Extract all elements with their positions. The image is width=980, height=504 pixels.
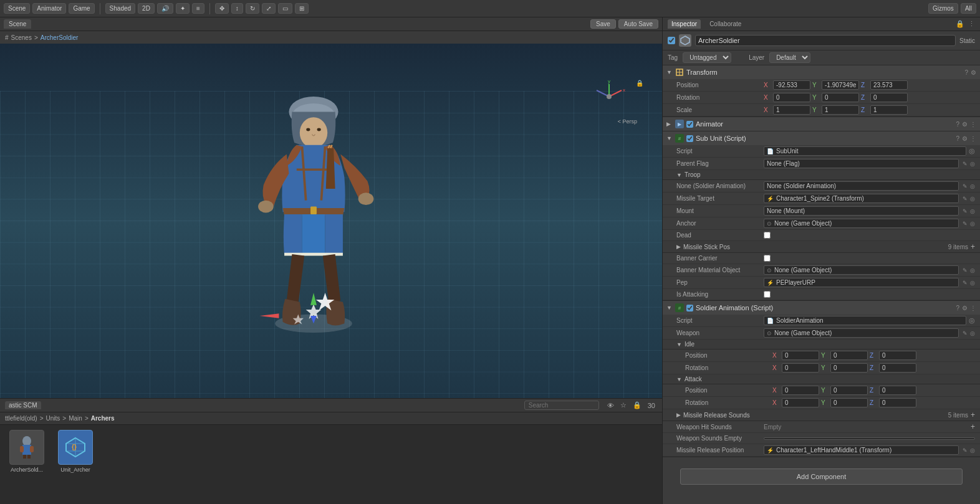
- move-tool[interactable]: ↕: [231, 3, 243, 14]
- breadcrumb-part-1[interactable]: ttlefield(old): [5, 415, 37, 422]
- missile-stick-foldout[interactable]: ▶ Missile Stick Pos 9 items +: [663, 241, 980, 253]
- soldier-animation-circle[interactable]: ◎: [970, 183, 975, 189]
- lock-inspector-icon[interactable]: 🔒: [956, 20, 964, 28]
- rot-y-input[interactable]: [822, 93, 859, 102]
- idle-pos-z-input[interactable]: [879, 351, 916, 360]
- idle-pos-y-input[interactable]: [830, 351, 868, 360]
- subunit-checkbox[interactable]: [686, 135, 693, 142]
- shading-dropdown[interactable]: Shaded: [105, 3, 135, 14]
- inspector-content[interactable]: Static Tag Untagged Layer Default ▼: [663, 31, 980, 504]
- rot-x-input[interactable]: [773, 93, 810, 102]
- collaborate-tab[interactable]: Collaborate: [706, 19, 745, 29]
- layer-dropdown[interactable]: Default: [769, 52, 810, 63]
- idle-pos-x-input[interactable]: [782, 351, 819, 360]
- eye-icon[interactable]: 👁: [605, 401, 616, 410]
- weapon-edit[interactable]: ✎: [963, 330, 968, 336]
- mount-circle[interactable]: ◎: [970, 208, 975, 214]
- weapon-sounds-empty-ref[interactable]: [764, 437, 975, 440]
- banner-carrier-checkbox[interactable]: [764, 255, 771, 262]
- parent-flag-ref[interactable]: None (Flag): [764, 159, 959, 168]
- mount-edit[interactable]: ✎: [963, 208, 968, 214]
- tag-dropdown[interactable]: Untagged: [683, 52, 731, 63]
- animator-help-icon[interactable]: ?: [956, 121, 959, 128]
- combo-tool[interactable]: ⊞: [295, 3, 309, 14]
- animator-more-icon[interactable]: ⋮: [970, 121, 976, 128]
- save-button[interactable]: Save: [590, 19, 616, 29]
- breadcrumb-scenes[interactable]: Scenes: [11, 34, 32, 41]
- missile-release-circle[interactable]: ◎: [970, 447, 975, 454]
- transform-header[interactable]: ▼ Transform ? ⚙: [663, 65, 980, 79]
- scene-tab-label[interactable]: Scene: [4, 19, 31, 29]
- layers-btn[interactable]: ≡: [192, 3, 204, 14]
- banner-mat-circle[interactable]: ◎: [970, 267, 975, 273]
- scene-tab[interactable]: Scene: [4, 3, 30, 14]
- missile-target-circle[interactable]: ◎: [970, 196, 975, 202]
- attack-pos-x-input[interactable]: [782, 386, 819, 395]
- anchor-ref[interactable]: ⊙ None (Game Object): [764, 219, 959, 228]
- is-attacking-checkbox[interactable]: [764, 291, 771, 298]
- missile-release-sounds-foldout[interactable]: ▶ Missile Release Sounds 5 items +: [663, 409, 980, 421]
- audio-btn[interactable]: 🔊: [157, 3, 173, 14]
- attack-rot-z-input[interactable]: [879, 398, 916, 407]
- scale-tool[interactable]: ⤢: [262, 3, 276, 14]
- attack-rot-x-input[interactable]: [782, 398, 819, 407]
- animator-tab[interactable]: Animator: [32, 3, 66, 14]
- animator-header[interactable]: ▶ ▶ Animator ? ⚙ ⋮: [663, 117, 980, 131]
- troop-foldout[interactable]: ▼ Troop: [663, 170, 980, 180]
- asset-item-archer-soldier[interactable]: ArcherSold...: [5, 430, 49, 499]
- subunit-settings-icon[interactable]: ⚙: [962, 135, 968, 142]
- breadcrumb-part-4[interactable]: Archers: [91, 415, 115, 422]
- game-tab[interactable]: Game: [69, 3, 94, 14]
- transform-settings-icon[interactable]: ⚙: [971, 69, 976, 76]
- subunit-script-ref[interactable]: 📄 SubUnit: [764, 146, 966, 156]
- missile-release-edit[interactable]: ✎: [963, 447, 968, 454]
- more-options-icon[interactable]: ⋮: [968, 20, 975, 28]
- soldieranim-help-icon[interactable]: ?: [956, 305, 959, 311]
- breadcrumb-part-2[interactable]: Units: [46, 415, 60, 422]
- rotate-tool[interactable]: ↻: [246, 3, 259, 14]
- idle-foldout[interactable]: ▼ Idle: [663, 340, 980, 349]
- lock-panel-icon[interactable]: 🔒: [631, 401, 643, 410]
- pos-x-input[interactable]: [773, 80, 810, 90]
- soldier-animation-edit[interactable]: ✎: [963, 183, 968, 189]
- weapon-hit-add-icon[interactable]: +: [971, 422, 975, 431]
- inspector-tab[interactable]: Inspector: [668, 19, 701, 29]
- pep-edit[interactable]: ✎: [963, 280, 968, 286]
- banner-mat-edit[interactable]: ✎: [963, 267, 968, 273]
- hand-tool[interactable]: ✥: [215, 3, 229, 14]
- object-active-checkbox[interactable]: [668, 37, 675, 44]
- weapon-ref[interactable]: ⊙ None (Game Object): [764, 328, 959, 338]
- favorite-icon[interactable]: ☆: [618, 401, 628, 410]
- missile-target-ref[interactable]: ⚡ Character1_Spine2 (Transform): [764, 194, 959, 203]
- soldieranim-checkbox[interactable]: [686, 305, 693, 311]
- gizmo[interactable]: x y: [590, 78, 628, 115]
- attack-pos-z-input[interactable]: [879, 386, 916, 395]
- parent-flag-edit[interactable]: ✎: [963, 161, 968, 167]
- pos-z-input[interactable]: [870, 80, 908, 90]
- soldieranim-more-icon[interactable]: ⋮: [970, 305, 976, 311]
- weapon-circle[interactable]: ◎: [970, 330, 975, 336]
- rect-tool[interactable]: ▭: [278, 3, 292, 14]
- object-name-input[interactable]: [695, 35, 956, 46]
- soldieranim-script-circle[interactable]: ◎: [969, 316, 975, 325]
- soldieranim-script-ref[interactable]: 📄 SoldierAnimation: [764, 316, 966, 325]
- auto-save-button[interactable]: Auto Save: [618, 19, 658, 29]
- idle-rot-y-input[interactable]: [830, 363, 868, 373]
- attack-rot-y-input[interactable]: [830, 398, 868, 407]
- soldieranim-settings-icon[interactable]: ⚙: [962, 305, 968, 311]
- project-search[interactable]: [524, 401, 599, 410]
- subunit-help-icon[interactable]: ?: [956, 135, 959, 142]
- mount-ref[interactable]: None (Mount): [764, 206, 959, 216]
- subunit-header[interactable]: ▼ # Sub Unit (Script) ? ⚙ ⋮: [663, 131, 980, 145]
- banner-mat-ref[interactable]: ⊙ None (Game Object): [764, 265, 959, 275]
- scene-viewport[interactable]: x y 🔒 < Persp: [0, 44, 662, 398]
- subunit-script-circle[interactable]: ◎: [969, 147, 975, 155]
- subunit-more-icon[interactable]: ⋮: [970, 135, 976, 142]
- transform-help-icon[interactable]: ?: [964, 69, 968, 76]
- parent-flag-circle[interactable]: ◎: [970, 161, 975, 167]
- fx-btn[interactable]: ✦: [176, 3, 190, 14]
- plastic-tab[interactable]: astic SCM: [5, 401, 41, 409]
- rot-z-input[interactable]: [870, 93, 908, 102]
- pep-ref[interactable]: ⚡ PEPlayerURP: [764, 278, 959, 287]
- scale-y-input[interactable]: [822, 105, 859, 115]
